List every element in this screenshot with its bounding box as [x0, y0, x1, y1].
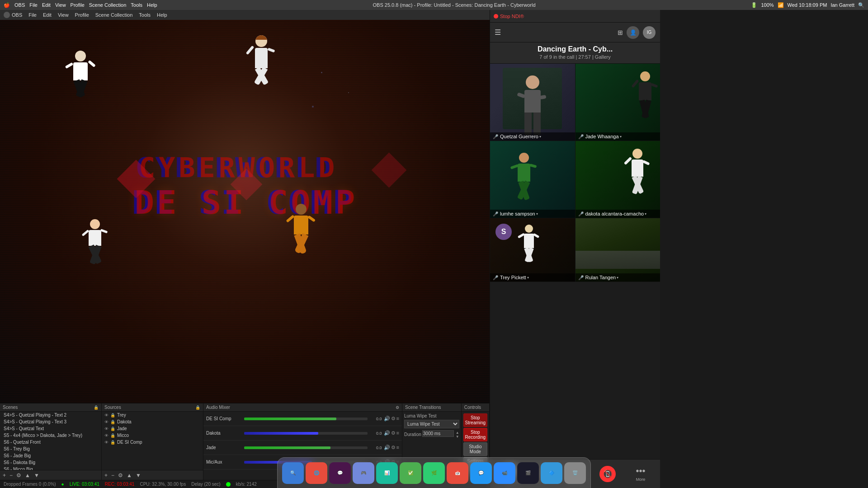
end-call-btn[interactable]: 📵: [599, 466, 616, 482]
dock-app1[interactable]: 🌿: [423, 462, 445, 484]
settings-icon[interactable]: ⚙: [391, 416, 396, 422]
dock-trash[interactable]: 🗑️: [564, 462, 586, 484]
dock-numbers[interactable]: 📊: [376, 462, 398, 484]
source-down-btn[interactable]: ▼: [135, 472, 142, 479]
sources-lock-icon[interactable]: 🔒: [195, 405, 200, 410]
transition-type-select[interactable]: Luma Wipe Test Cut Fade: [404, 420, 459, 428]
scene-item[interactable]: S6 - Quetzal Front: [0, 439, 101, 446]
obs-profile-menu[interactable]: Profile: [75, 12, 89, 18]
source-item-trey[interactable]: 👁 🔒 Trey: [102, 412, 203, 418]
source-item-jade[interactable]: 👁 🔒 Jade: [102, 425, 203, 432]
lock-icon[interactable]: 🔒: [110, 413, 115, 418]
source-up-btn[interactable]: ▲: [126, 472, 133, 479]
source-settings-btn[interactable]: ⚙: [117, 472, 124, 479]
lock-icon[interactable]: 🔒: [110, 440, 115, 445]
scene-item[interactable]: S6 - Micco Big: [0, 466, 101, 470]
lock-icon[interactable]: 🔒: [110, 433, 115, 438]
obs-tools-menu[interactable]: Tools: [139, 12, 151, 18]
fader-area[interactable]: [244, 430, 368, 437]
fader-area[interactable]: [244, 444, 368, 451]
duration-down[interactable]: ▼: [456, 435, 459, 439]
eye-icon[interactable]: 👁: [104, 420, 108, 424]
dock-messages[interactable]: 💬: [470, 462, 492, 484]
eye-icon[interactable]: 👁: [104, 413, 108, 418]
scene-up-btn[interactable]: ▲: [24, 472, 31, 479]
remove-scene-btn[interactable]: −: [9, 472, 14, 479]
stop-streaming-btn[interactable]: Stop Streaming: [463, 413, 487, 427]
user-avatar[interactable]: 👤: [627, 26, 639, 39]
dock-calendar[interactable]: 📅: [447, 462, 468, 484]
dock-slack[interactable]: 💬: [329, 462, 351, 484]
view-menu[interactable]: View: [55, 2, 66, 8]
add-scene-btn[interactable]: +: [2, 472, 7, 479]
eye-icon[interactable]: 👁: [104, 427, 108, 431]
scene-item[interactable]: S6 - Trey Big: [0, 446, 101, 452]
mute-icon[interactable]: 🔊: [384, 416, 390, 422]
edit-menu[interactable]: Edit: [42, 2, 51, 8]
scene-item[interactable]: S4>S - Quetzal Text: [0, 425, 101, 432]
stop-recording-btn[interactable]: Stop Recording: [463, 428, 487, 441]
settings-icon[interactable]: ⚙: [391, 430, 396, 436]
obs-file-menu[interactable]: File: [28, 12, 37, 18]
settings-icon[interactable]: ⚙: [391, 445, 396, 450]
dock-chrome[interactable]: 🌐: [306, 462, 327, 484]
scene-item[interactable]: S6 - Jade Big: [0, 452, 101, 459]
layout-icon[interactable]: ⊞: [618, 29, 623, 36]
eye-icon[interactable]: 👁: [104, 440, 108, 445]
duration-input[interactable]: [422, 430, 454, 437]
obs-edit-menu[interactable]: Edit: [43, 12, 52, 18]
quetzal-name-dropdown[interactable]: Quetzal Guerrero ▾: [500, 134, 541, 139]
dock-finder[interactable]: 🔍: [282, 462, 304, 484]
obs-help-menu[interactable]: Help: [157, 12, 167, 18]
obs-menu[interactable]: OBS: [14, 2, 25, 8]
help-menu[interactable]: Help: [147, 2, 157, 8]
source-item-desicomp[interactable]: 👁 🔒 DE SI Comp: [102, 439, 203, 446]
obs-view-menu[interactable]: View: [58, 12, 69, 18]
hamburger-menu-icon[interactable]: ☰: [495, 28, 501, 37]
scene-item[interactable]: S6 - Dakota Big: [0, 459, 101, 466]
dock-ticktick[interactable]: ✅: [400, 462, 421, 484]
add-source-btn[interactable]: +: [104, 472, 108, 479]
remove-source-btn[interactable]: −: [110, 472, 115, 479]
lock-icon[interactable]: 🔒: [110, 427, 115, 431]
scene-item[interactable]: S5 - 4x4 (Micco > Dakota, Jade > Trey): [0, 432, 101, 439]
scene-item[interactable]: S4>S - Quetzal Playing - Text 3: [0, 418, 101, 425]
fader-area[interactable]: [244, 415, 368, 422]
scenes-lock-icon[interactable]: 🔒: [94, 405, 99, 410]
scene-down-btn[interactable]: ▼: [33, 472, 40, 479]
stop-ndi-btn[interactable]: Stop NDI®: [494, 14, 524, 19]
duration-up[interactable]: ▲: [456, 431, 459, 435]
trey-name-dropdown[interactable]: Trey Pickett ▾: [500, 275, 529, 280]
dock-zoom[interactable]: 📹: [494, 462, 515, 484]
source-item-dakota[interactable]: 👁 🔒 Dakota: [102, 418, 203, 425]
obs-scene-collection-menu[interactable]: Scene Collection: [95, 12, 133, 18]
search-icon[interactable]: 🔍: [858, 2, 864, 8]
eye-icon[interactable]: 👁: [104, 433, 108, 438]
more-icon[interactable]: ≡: [396, 445, 399, 450]
studio-mode-btn[interactable]: Studio Mode: [463, 442, 487, 456]
mute-icon[interactable]: 🔊: [384, 430, 390, 436]
dock-app2[interactable]: 🔷: [541, 462, 562, 484]
dakota-name-dropdown[interactable]: dakota alcantara-camacho ▾: [585, 211, 647, 216]
profile-menu[interactable]: Profile: [71, 2, 85, 8]
apple-menu[interactable]: 🍎: [4, 2, 10, 8]
dock-obs[interactable]: 🎬: [517, 462, 539, 484]
file-menu[interactable]: File: [29, 2, 38, 8]
mute-icon[interactable]: 🔊: [384, 445, 390, 450]
scene-settings-btn[interactable]: ⚙: [15, 472, 22, 479]
more-btn[interactable]: ••• More: [636, 466, 646, 482]
audio-settings-icon[interactable]: ⚙: [396, 405, 399, 410]
source-item-micco[interactable]: 👁 🔒 Micco: [102, 432, 203, 439]
more-icon[interactable]: ≡: [396, 416, 399, 422]
scene-collection-menu[interactable]: Scene Collection: [89, 2, 127, 8]
host-avatar[interactable]: IG: [643, 26, 656, 39]
rulan-name-dropdown[interactable]: Rulan Tangen ▾: [585, 275, 619, 280]
more-icon[interactable]: ≡: [396, 430, 399, 436]
lumhe-name-dropdown[interactable]: lumhe sampson ▾: [500, 211, 538, 216]
jade-name-dropdown[interactable]: Jade Whaanga ▾: [585, 134, 622, 139]
lock-icon[interactable]: 🔒: [110, 420, 115, 424]
jade-name: Jade Whaanga: [585, 134, 619, 139]
tools-menu[interactable]: Tools: [131, 2, 142, 8]
scene-item[interactable]: S4>S - Quetzal Playing - Text 2: [0, 412, 101, 418]
dock-discord[interactable]: 🎮: [353, 462, 374, 484]
